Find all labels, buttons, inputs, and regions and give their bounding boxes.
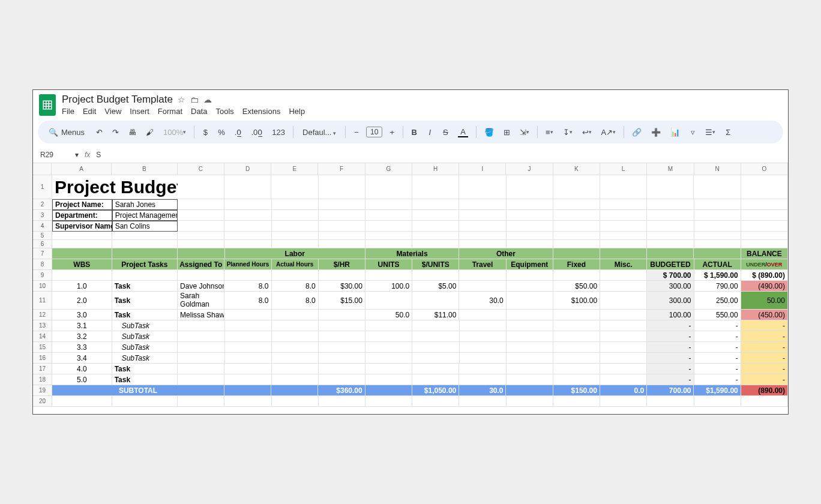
cell-misc[interactable] (600, 353, 647, 364)
cell-assigned[interactable]: Sarah Goldman (178, 292, 224, 310)
cell-fixed[interactable] (553, 342, 600, 353)
subtotal-urate[interactable]: $1,050.00 (412, 385, 459, 396)
col-H[interactable]: H (412, 163, 459, 175)
cell-ph[interactable] (224, 364, 271, 374)
cell-misc[interactable] (600, 364, 647, 374)
cell-assigned[interactable]: Melissa Shaw (178, 310, 224, 320)
cell-ph[interactable] (225, 320, 272, 331)
total-budgeted[interactable]: $ 700.00 (647, 270, 694, 281)
cell-actual[interactable]: 790.00 (694, 281, 741, 292)
cell-assigned[interactable]: Dave Johnson (178, 281, 224, 292)
subtotal-misc[interactable]: 0.0 (600, 385, 647, 396)
cell-travel[interactable] (460, 353, 507, 364)
menu-format[interactable]: Format (158, 107, 182, 116)
col-A[interactable]: A (52, 163, 112, 175)
hdr-travel[interactable]: Travel (459, 259, 506, 270)
cell-balance[interactable]: - (741, 353, 788, 364)
supervisor-label[interactable]: Supervisor Name: (52, 221, 112, 232)
cell-actual[interactable]: - (694, 374, 741, 385)
cell-ah[interactable] (272, 320, 319, 331)
row-header[interactable]: 4 (33, 221, 52, 232)
cell-rate[interactable]: $15.00 (319, 292, 365, 310)
supervisor-value[interactable]: San Colins (112, 221, 178, 232)
cell-travel[interactable] (460, 331, 507, 342)
cell-misc[interactable] (600, 292, 647, 310)
cell-fixed[interactable] (553, 353, 600, 364)
cell-task[interactable]: Task (112, 310, 178, 320)
cell-ah[interactable] (272, 310, 319, 320)
cell-ah[interactable] (272, 331, 319, 342)
cell-travel[interactable]: 30.0 (459, 292, 506, 310)
cell-ph[interactable] (224, 310, 271, 320)
cell-wbs[interactable]: 4.0 (52, 364, 112, 374)
subtotal-bal[interactable]: (890.00) (741, 385, 788, 396)
row-header[interactable]: 6 (33, 240, 52, 248)
font-size-input[interactable]: 10 (366, 127, 382, 137)
row-header[interactable]: 12 (33, 310, 52, 320)
menu-edit[interactable]: Edit (83, 107, 96, 116)
cell-units[interactable] (365, 320, 412, 331)
cell-wbs[interactable]: 2.0 (52, 292, 112, 310)
cell-misc[interactable] (600, 374, 647, 385)
cell-urate[interactable] (412, 342, 459, 353)
cell-wbs[interactable]: 5.0 (52, 374, 112, 385)
cell-actual[interactable]: 250.00 (694, 292, 741, 310)
rotate-icon[interactable]: A↗ (598, 126, 619, 139)
hdr-assigned[interactable]: Assigned To (178, 259, 224, 270)
cell-rate[interactable] (319, 364, 365, 374)
functions-icon[interactable]: Σ (722, 126, 734, 139)
cell-equip[interactable] (507, 364, 553, 374)
cell-budgeted[interactable]: 100.00 (647, 310, 694, 320)
cell-ah[interactable]: 8.0 (272, 292, 319, 310)
bold-icon[interactable]: B (408, 126, 420, 139)
cell-rate[interactable] (319, 331, 365, 342)
decrease-font-icon[interactable]: − (350, 126, 362, 139)
hdr-rate[interactable]: $/HR (319, 259, 365, 270)
cell-balance[interactable]: - (741, 320, 788, 331)
cell-fixed[interactable]: $100.00 (553, 292, 600, 310)
cell-ph[interactable] (224, 374, 271, 385)
hdr-actual-hours[interactable]: Actual Hours (272, 259, 319, 270)
col-O[interactable]: O (741, 163, 788, 175)
row-header[interactable]: 1 (33, 175, 52, 199)
col-J[interactable]: J (506, 163, 553, 175)
menu-file[interactable]: File (62, 107, 74, 116)
subtotal-act[interactable]: $1,590.00 (694, 385, 741, 396)
cell-actual[interactable]: - (694, 353, 741, 364)
paint-format-icon[interactable]: 🖌 (143, 126, 157, 139)
cell-rate[interactable] (319, 310, 365, 320)
row-header[interactable]: 7 (33, 248, 52, 259)
cell-rate[interactable] (319, 320, 365, 331)
cell-units[interactable]: 50.0 (365, 310, 412, 320)
cell-equip[interactable] (507, 331, 553, 342)
cell-fixed[interactable] (553, 320, 600, 331)
cell-balance[interactable]: (490.00) (741, 281, 788, 292)
project-name-label[interactable]: Project Name: (52, 199, 112, 210)
cell-equip[interactable] (507, 310, 553, 320)
row-header[interactable]: 11 (33, 292, 52, 310)
menu-insert[interactable]: Insert (130, 107, 149, 116)
v-align-icon[interactable]: ↧ (560, 126, 576, 139)
row-header[interactable]: 5 (33, 232, 52, 240)
comment-icon[interactable]: ➕ (648, 126, 664, 139)
cell-wbs[interactable]: 1.0 (52, 281, 112, 292)
zoom-select[interactable]: 100% (160, 126, 189, 139)
cell-misc[interactable] (600, 320, 647, 331)
col-G[interactable]: G (365, 163, 412, 175)
materials-header[interactable]: Materials (365, 248, 459, 259)
cell-ah[interactable] (272, 353, 319, 364)
cell-balance[interactable]: - (741, 374, 788, 385)
cell-equip[interactable] (507, 342, 553, 353)
cell-task[interactable]: SubTask (112, 331, 178, 342)
cell-units[interactable] (365, 342, 412, 353)
wrap-icon[interactable]: ↩ (579, 126, 595, 139)
formula-input[interactable]: S (96, 151, 101, 159)
hdr-tasks[interactable]: Project Tasks (112, 259, 178, 270)
document-title[interactable]: Project Budget Template (62, 94, 173, 106)
cell-actual[interactable]: - (694, 331, 741, 342)
currency-icon[interactable]: $ (199, 126, 211, 139)
cell-units[interactable]: 100.0 (365, 281, 412, 292)
cell-equip[interactable] (507, 353, 553, 364)
menu-tools[interactable]: Tools (215, 107, 233, 116)
col-M[interactable]: M (647, 163, 694, 175)
